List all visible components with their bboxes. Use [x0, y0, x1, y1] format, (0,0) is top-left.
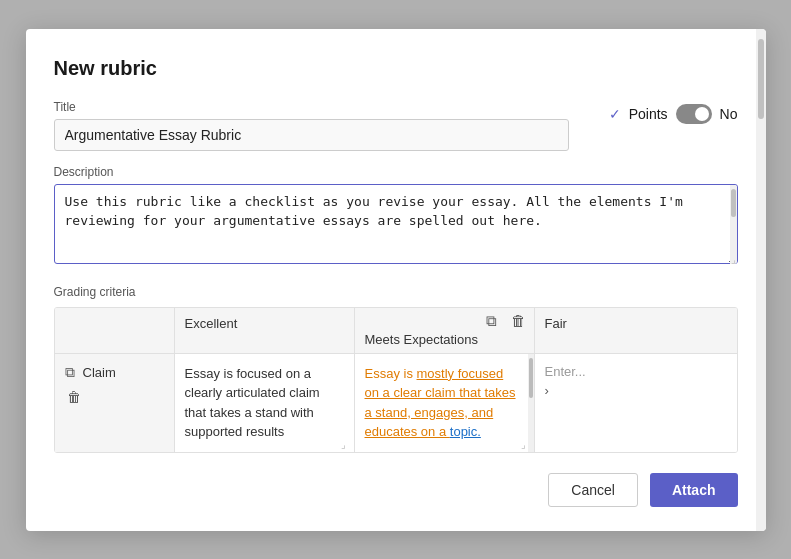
points-toggle[interactable] — [676, 104, 712, 124]
new-rubric-modal: New rubric Title ✓ Points No Description… — [26, 29, 766, 531]
header-criteria — [55, 308, 175, 353]
fair-cell[interactable]: Enter... › — [535, 354, 737, 452]
excellent-text: Essay is focused on a clearly articulate… — [185, 364, 344, 442]
attach-button[interactable]: Attach — [650, 473, 738, 507]
cancel-button[interactable]: Cancel — [548, 473, 638, 507]
description-resize-handle[interactable]: ⌟ — [731, 254, 736, 265]
header-meets-label: Meets Expectations — [365, 332, 478, 347]
header-excellent: Excellent — [175, 308, 355, 353]
fair-arrow-icon[interactable]: › — [545, 383, 549, 398]
modal-scrollbar[interactable] — [756, 29, 766, 531]
grading-header-row: Excellent ⧉ 🗑 Meets Expectations Fair — [55, 308, 737, 353]
header-fair: Fair — [535, 308, 737, 353]
description-input[interactable]: Use this rubric like a checklist as you … — [54, 184, 738, 264]
points-label: Points — [629, 106, 668, 122]
grading-section: Grading criteria Excellent ⧉ 🗑 Meets Exp… — [54, 285, 738, 453]
toggle-knob — [695, 107, 709, 121]
excellent-cell[interactable]: Essay is focused on a clearly articulate… — [175, 354, 355, 452]
description-scrollbar — [730, 185, 737, 264]
meets-scrollthumb — [529, 358, 533, 398]
fair-placeholder: Enter... — [545, 364, 586, 379]
meets-resize[interactable]: ⌟ — [521, 439, 531, 449]
grading-criteria-label: Grading criteria — [54, 285, 738, 299]
criteria-name: Claim — [83, 365, 116, 380]
modal-title: New rubric — [54, 57, 738, 80]
title-label: Title — [54, 100, 569, 114]
grading-data-row: ⧉ Claim 🗑 Essay is focused on a clearly … — [55, 353, 737, 452]
points-check-icon: ✓ — [609, 106, 621, 122]
title-input[interactable] — [54, 119, 569, 151]
meets-scrollbar — [528, 354, 534, 452]
copy-icon[interactable]: ⧉ — [486, 312, 497, 330]
grading-table: Excellent ⧉ 🗑 Meets Expectations Fair — [54, 307, 738, 453]
meets-text: Essay is mostly focused on a clear claim… — [365, 364, 520, 442]
criteria-cell: ⧉ Claim 🗑 — [55, 354, 175, 452]
delete-icon[interactable]: 🗑 — [511, 312, 526, 330]
footer-buttons: Cancel Attach — [54, 473, 738, 507]
description-scrollthumb — [731, 189, 736, 217]
no-label: No — [720, 106, 738, 122]
header-meets: ⧉ 🗑 Meets Expectations — [355, 308, 535, 353]
excellent-resize[interactable]: ⌟ — [341, 439, 351, 449]
meets-cell[interactable]: Essay is mostly focused on a clear claim… — [355, 354, 535, 452]
modal-scrollthumb — [758, 39, 764, 119]
description-label: Description — [54, 165, 738, 179]
delete-row-icon[interactable]: 🗑 — [67, 389, 164, 405]
copy-row-icon[interactable]: ⧉ — [65, 364, 75, 381]
